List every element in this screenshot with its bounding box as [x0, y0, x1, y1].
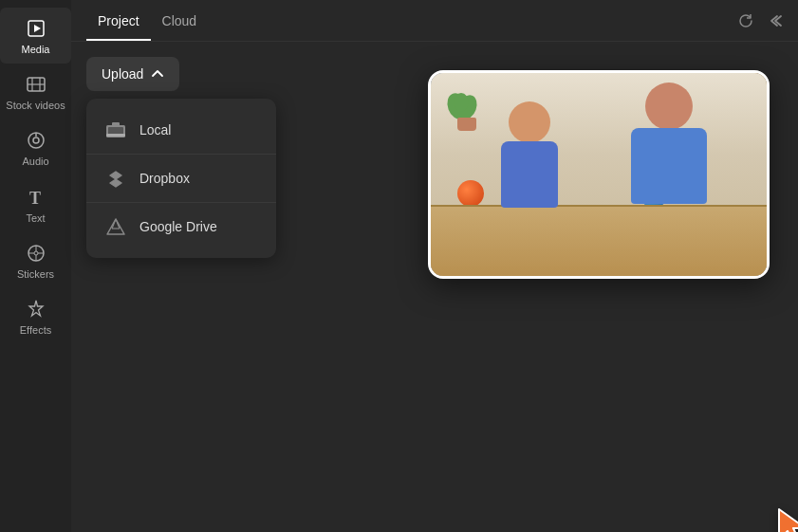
- svg-rect-18: [106, 134, 125, 137]
- stock-videos-icon: [25, 73, 47, 96]
- upload-button[interactable]: Upload: [86, 57, 179, 91]
- figure-adult: [622, 83, 716, 215]
- cursor-pointer-icon: [775, 505, 798, 532]
- dropdown-item-dropbox[interactable]: Dropbox: [86, 155, 276, 203]
- dropbox-icon: [105, 168, 126, 189]
- svg-point-11: [34, 251, 38, 255]
- preview-card: [428, 70, 770, 279]
- content-area: Upload Local: [71, 42, 798, 532]
- google-drive-icon: [105, 216, 126, 237]
- media-icon: [25, 17, 47, 40]
- child-body: [501, 141, 558, 208]
- svg-text:T: T: [29, 189, 41, 208]
- sidebar-item-effects-label: Effects: [20, 324, 51, 337]
- collapse-panel-button[interactable]: [766, 12, 783, 29]
- sidebar-item-stock-videos[interactable]: Stock videos: [0, 64, 71, 119]
- child-head: [509, 101, 550, 143]
- tab-actions: [737, 12, 783, 29]
- sidebar-item-media[interactable]: Media: [0, 8, 71, 64]
- effects-icon: [25, 298, 47, 321]
- local-icon: [105, 119, 126, 140]
- svg-marker-22: [110, 179, 121, 187]
- tab-bar: Project Cloud: [71, 0, 798, 42]
- sidebar-item-effects[interactable]: Effects: [0, 288, 71, 344]
- upload-dropdown: Local Dropbox: [86, 99, 276, 258]
- tab-cloud[interactable]: Cloud: [151, 2, 209, 40]
- stickers-icon: [25, 242, 47, 265]
- svg-marker-1: [34, 25, 41, 32]
- sidebar-item-audio-label: Audio: [22, 156, 48, 168]
- plant-decoration: [448, 83, 486, 131]
- dropdown-item-dropbox-label: Dropbox: [139, 171, 190, 186]
- sidebar-item-media-label: Media: [22, 44, 50, 56]
- adult-head: [645, 83, 693, 130]
- sidebar-item-audio[interactable]: Audio: [0, 119, 71, 175]
- upload-button-label: Upload: [102, 66, 143, 82]
- dropdown-item-local-label: Local: [139, 122, 171, 138]
- svg-marker-23: [107, 219, 124, 234]
- tab-project[interactable]: Project: [86, 2, 151, 40]
- dropdown-item-google-drive[interactable]: Google Drive: [86, 203, 276, 250]
- svg-marker-21: [110, 172, 121, 179]
- audio-icon: [25, 129, 47, 152]
- refresh-icon[interactable]: [737, 12, 754, 29]
- preview-image: [431, 73, 767, 276]
- scene: [431, 73, 767, 276]
- sidebar: Media Stock videos Audio T: [0, 0, 71, 532]
- sidebar-item-stock-videos-label: Stock videos: [6, 100, 65, 112]
- sidebar-item-text-label: Text: [26, 212, 45, 225]
- sidebar-item-stickers-label: Stickers: [17, 268, 54, 281]
- svg-rect-19: [112, 122, 120, 126]
- plant-pot: [457, 118, 476, 131]
- chevron-up-icon: [151, 67, 164, 81]
- svg-point-7: [33, 138, 39, 143]
- sidebar-item-text[interactable]: T Text: [0, 176, 71, 232]
- figure-child: [492, 101, 567, 215]
- main-panel: Project Cloud Upload: [71, 0, 798, 532]
- dropdown-item-local[interactable]: Local: [86, 106, 276, 155]
- scene-table: [431, 205, 767, 276]
- dropdown-item-google-drive-label: Google Drive: [139, 219, 217, 234]
- adult-body: [631, 128, 707, 204]
- text-icon: T: [25, 186, 47, 209]
- sidebar-item-stickers[interactable]: Stickers: [0, 232, 71, 288]
- leaf-3: [454, 93, 469, 112]
